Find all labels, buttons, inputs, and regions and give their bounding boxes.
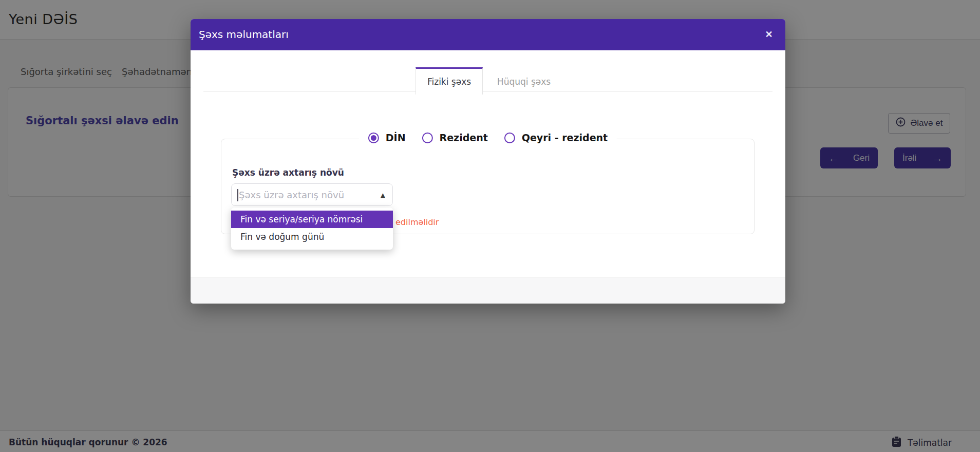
person-info-modal: Şəxs məlumatları ✕ Fiziki şəxs Hüquqi şə… xyxy=(191,19,785,304)
dropdown-option-fin-dogum[interactable]: Fin və doğum günü xyxy=(231,228,393,246)
search-type-select[interactable]: ▲ xyxy=(231,183,393,206)
search-type-dropdown: Fin və seriya/seriya nömrəsi Fin və doğu… xyxy=(231,208,393,250)
radio-circle-icon xyxy=(368,133,379,143)
tab-fiziki-sexs[interactable]: Fiziki şəxs xyxy=(416,67,483,95)
radio-din-label: DİN xyxy=(386,132,406,143)
dropdown-option-fin-seriya[interactable]: Fin və seriya/seriya nömrəsi xyxy=(231,211,393,228)
tab-huquqi-sexs[interactable]: Hüquqi şəxs xyxy=(483,69,565,95)
modal-footer xyxy=(191,277,785,304)
chevron-up-icon[interactable]: ▲ xyxy=(381,192,385,199)
text-cursor xyxy=(237,189,238,201)
radio-rezident[interactable]: Rezident xyxy=(422,132,488,143)
person-type-radio-group: DİN Rezident Qeyri - rezident xyxy=(359,127,617,148)
radio-din[interactable]: DİN xyxy=(368,132,406,143)
validation-error-text: edilməlidir xyxy=(395,217,439,227)
radio-circle-icon xyxy=(422,133,433,143)
search-type-label: Şəxs üzrə axtarış növü xyxy=(232,167,344,178)
close-icon[interactable]: ✕ xyxy=(761,26,777,43)
radio-rezident-label: Rezident xyxy=(440,132,488,143)
radio-qeyri-rezident-label: Qeyri - rezident xyxy=(522,132,608,143)
radio-circle-icon xyxy=(504,133,515,143)
search-type-input[interactable] xyxy=(239,190,367,200)
page: Yeni DƏİS Sığorta şirkətini seç Şəhadətn… xyxy=(0,0,980,452)
modal-title: Şəxs məlumatları xyxy=(199,28,289,41)
radio-qeyri-rezident[interactable]: Qeyri - rezident xyxy=(504,132,608,143)
modal-header: Şəxs məlumatları ✕ xyxy=(191,19,785,50)
